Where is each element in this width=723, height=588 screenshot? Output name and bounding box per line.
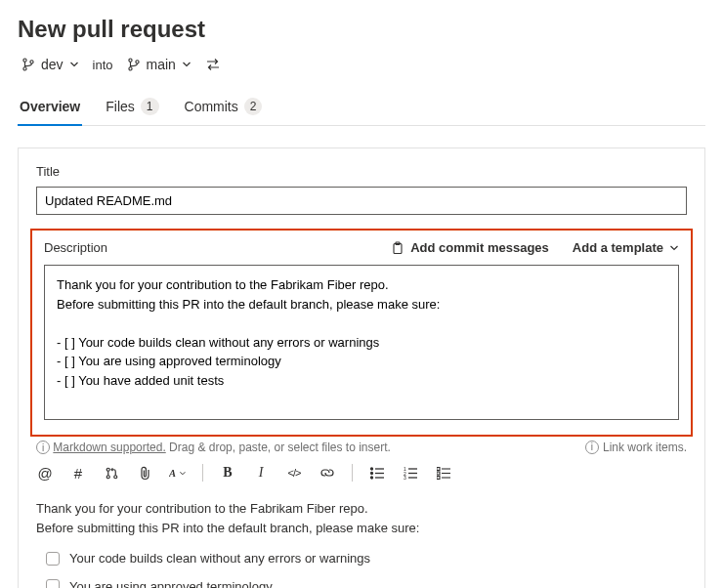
preview-line: Before submitting this PR into the defau… xyxy=(36,519,687,538)
svg-point-3 xyxy=(128,59,131,62)
svg-point-1 xyxy=(23,67,26,70)
target-branch-name: main xyxy=(147,57,176,72)
tab-label: Files xyxy=(106,99,135,114)
svg-point-4 xyxy=(128,67,131,70)
link-button[interactable] xyxy=(319,464,336,482)
svg-point-2 xyxy=(30,61,33,63)
svg-text:3: 3 xyxy=(404,475,406,480)
italic-button[interactable]: I xyxy=(252,464,270,482)
title-input[interactable] xyxy=(36,187,687,215)
drag-drop-hint: Drag & drop, paste, or select files to i… xyxy=(169,441,391,454)
form-card: Title Description Add commit messages Ad… xyxy=(18,147,705,588)
chevron-down-icon xyxy=(69,60,79,69)
tab-label: Overview xyxy=(20,99,80,114)
svg-rect-19 xyxy=(437,472,440,475)
description-textarea[interactable] xyxy=(44,265,679,420)
tab-overview[interactable]: Overview xyxy=(18,90,82,125)
svg-point-12 xyxy=(370,468,372,470)
checkbox[interactable] xyxy=(46,552,60,566)
description-preview: Thank you for your contribution to the F… xyxy=(36,499,687,588)
task-item: Your code builds clean without any error… xyxy=(46,549,687,568)
header-dropdown[interactable]: A xyxy=(169,464,187,482)
tab-commits[interactable]: Commits 2 xyxy=(183,90,265,125)
add-template-dropdown[interactable]: Add a template xyxy=(573,240,679,255)
description-hints: i Markdown supported. Drag & drop, paste… xyxy=(36,441,687,455)
svg-point-8 xyxy=(106,468,109,471)
clipboard-icon xyxy=(391,241,404,255)
source-branch-dropdown[interactable]: dev xyxy=(21,57,79,72)
mention-button[interactable]: @ xyxy=(36,464,54,482)
separator xyxy=(352,464,353,482)
tab-count-badge: 1 xyxy=(141,98,159,115)
page-title: New pull request xyxy=(18,16,705,43)
svg-point-9 xyxy=(106,475,109,478)
info-icon: i xyxy=(585,441,599,454)
task-text: Your code builds clean without any error… xyxy=(69,549,370,568)
add-commit-messages-button[interactable]: Add commit messages xyxy=(391,240,549,255)
bullet-list-button[interactable] xyxy=(368,464,386,482)
title-label: Title xyxy=(36,164,687,179)
hash-button[interactable]: # xyxy=(69,464,87,482)
branch-icon xyxy=(127,58,141,71)
swap-branches-button[interactable] xyxy=(205,58,221,71)
preview-line: Thank you for your contribution to the F… xyxy=(36,499,687,519)
formatting-toolbar: @ # A B I </> 123 xyxy=(36,464,687,482)
checkbox[interactable] xyxy=(46,579,60,588)
svg-point-10 xyxy=(113,475,116,478)
svg-point-5 xyxy=(135,61,138,63)
task-text: You are using approved terminology xyxy=(69,577,273,589)
bold-button[interactable]: B xyxy=(219,464,236,482)
target-branch-dropdown[interactable]: main xyxy=(127,57,191,72)
branch-icon xyxy=(21,58,35,71)
branch-selector-row: dev into main xyxy=(18,57,705,72)
separator xyxy=(202,464,203,482)
chevron-down-icon xyxy=(669,243,679,253)
source-branch-name: dev xyxy=(41,57,64,72)
tab-count-badge: 2 xyxy=(244,98,263,115)
code-button[interactable]: </> xyxy=(285,464,303,482)
svg-point-13 xyxy=(370,472,372,474)
svg-text:A: A xyxy=(169,468,176,479)
pr-ref-button[interactable] xyxy=(103,464,120,482)
link-work-items-label: Link work items. xyxy=(603,441,687,454)
svg-point-0 xyxy=(23,59,26,62)
task-list-button[interactable] xyxy=(435,464,452,482)
chevron-down-icon xyxy=(182,60,191,69)
svg-point-14 xyxy=(370,477,372,479)
link-work-items-button[interactable]: i Link work items. xyxy=(585,441,687,455)
tab-label: Commits xyxy=(185,99,238,114)
task-item: You are using approved terminology xyxy=(46,577,687,589)
info-icon: i xyxy=(36,441,50,454)
attach-button[interactable] xyxy=(136,464,153,482)
into-label: into xyxy=(93,58,113,72)
add-commit-label: Add commit messages xyxy=(410,240,549,255)
svg-rect-20 xyxy=(437,476,440,479)
description-highlight: Description Add commit messages Add a te… xyxy=(30,229,693,437)
add-template-label: Add a template xyxy=(573,240,663,255)
numbered-list-button[interactable]: 123 xyxy=(402,464,419,482)
markdown-supported-link[interactable]: Markdown supported. xyxy=(53,441,165,454)
description-label: Description xyxy=(44,240,107,255)
svg-rect-18 xyxy=(437,467,440,470)
tab-files[interactable]: Files 1 xyxy=(104,90,160,125)
tab-bar: Overview Files 1 Commits 2 xyxy=(18,90,705,126)
